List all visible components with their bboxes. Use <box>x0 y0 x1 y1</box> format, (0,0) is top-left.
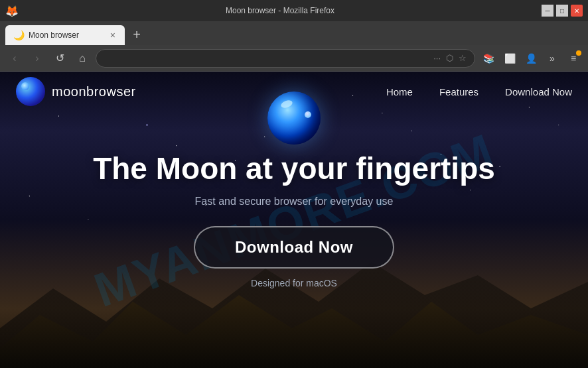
bookmark-icon[interactable]: ☆ <box>459 53 467 63</box>
website-content: MYANMORE.COM moonbrowser Home Features D… <box>0 72 588 368</box>
window-title: Moon browser - Mozilla Firefox <box>23 6 538 15</box>
home-button[interactable]: ⌂ <box>73 49 92 68</box>
back-button[interactable]: ‹ <box>5 49 24 68</box>
site-nav-links: Home Features Download Now <box>386 86 572 97</box>
hero-caption: Designed for macOS <box>251 278 337 288</box>
nav-link-home[interactable]: Home <box>386 86 413 97</box>
account-button[interactable]: 👤 <box>522 49 540 68</box>
nav-link-features[interactable]: Features <box>439 86 478 97</box>
address-bar[interactable]: ··· ⬡ ☆ <box>96 49 475 68</box>
logo-dot <box>21 82 29 90</box>
maximize-button[interactable]: □ <box>556 5 568 17</box>
forward-button[interactable]: › <box>28 49 46 68</box>
logo-area: moonbrowser <box>16 77 136 106</box>
synced-tabs-button[interactable]: ⬜ <box>500 49 519 68</box>
more-actions-icon[interactable]: ··· <box>433 53 441 63</box>
tabbar: 🌙 Moon browser × + <box>0 21 588 45</box>
close-button[interactable]: ✕ <box>571 5 583 17</box>
logo-name: moonbrowser <box>52 84 136 99</box>
planet-dot <box>305 111 311 118</box>
more-tools-button[interactable]: » <box>543 49 561 68</box>
pocket-icon[interactable]: ⬡ <box>446 53 453 63</box>
hero-section: The Moon at your fingertips Fast and sec… <box>0 151 588 288</box>
titlebar: 🦊 Moon browser - Mozilla Firefox ─ □ ✕ <box>0 0 588 21</box>
library-button[interactable]: 📚 <box>479 49 498 68</box>
menu-button[interactable]: ≡ <box>564 49 583 68</box>
window-controls: ─ □ ✕ <box>542 5 583 17</box>
nav-right-buttons: 📚 ⬜ 👤 » ≡ <box>479 49 583 68</box>
menu-badge <box>576 50 581 56</box>
active-tab[interactable]: 🌙 Moon browser × <box>5 25 125 45</box>
new-tab-button[interactable]: + <box>127 25 146 44</box>
navbar: ‹ › ↺ ⌂ ··· ⬡ ☆ 📚 ⬜ 👤 » ≡ <box>0 45 588 72</box>
tab-favicon: 🌙 <box>13 30 25 40</box>
site-navigation: moonbrowser Home Features Download Now <box>0 72 588 111</box>
hero-title: The Moon at your fingertips <box>80 151 508 186</box>
nav-link-download[interactable]: Download Now <box>505 86 572 97</box>
refresh-button[interactable]: ↺ <box>50 49 69 68</box>
tab-close-button[interactable]: × <box>109 30 117 40</box>
logo-icon <box>16 77 45 106</box>
minimize-button[interactable]: ─ <box>542 5 553 17</box>
hero-cta-button[interactable]: Download Now <box>194 226 394 269</box>
tab-label: Moon browser <box>29 31 105 40</box>
menu-icon: ≡ <box>571 53 576 64</box>
firefox-icon: 🦊 <box>5 5 19 17</box>
hero-subtitle: Fast and secure browser for everyday use <box>195 196 394 208</box>
